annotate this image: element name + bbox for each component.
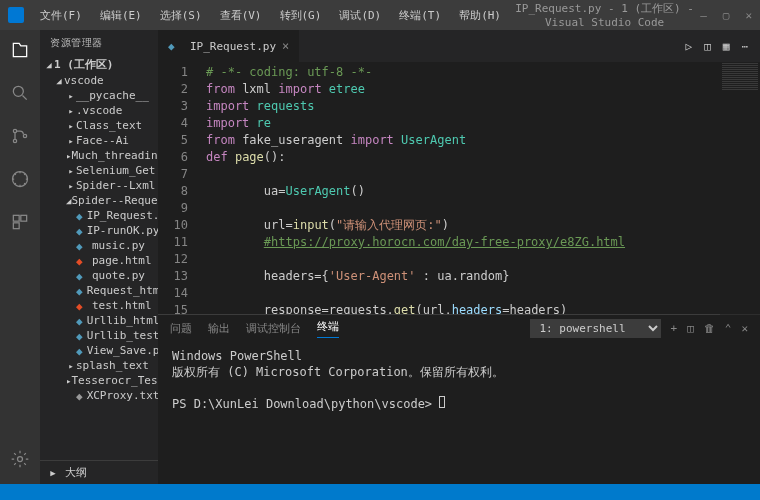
svg-point-3 — [23, 134, 26, 137]
terminal-content[interactable]: Windows PowerShell 版权所有 (C) Microsoft Co… — [158, 342, 760, 484]
folder-item[interactable]: ▸Face--Ai — [40, 133, 158, 148]
menu-terminal[interactable]: 终端(T) — [391, 4, 449, 27]
file-item[interactable]: ◆Urllib_html.py — [40, 313, 158, 328]
menu-file[interactable]: 文件(F) — [32, 4, 90, 27]
bottom-panel: 问题 输出 调试控制台 终端 1: powershell + ◫ 🗑 ⌃ ✕ W… — [158, 314, 760, 484]
folder-item[interactable]: ▸Much_threading — [40, 148, 158, 163]
panel-tab-terminal[interactable]: 终端 — [317, 319, 339, 338]
editor-group: ◆ IP_Request.py × ▷ ◫ ▦ ⋯ 12345678910111… — [158, 30, 760, 484]
layout-icon[interactable]: ▦ — [723, 40, 730, 53]
file-item[interactable]: ◆page.html — [40, 253, 158, 268]
menu-selection[interactable]: 选择(S) — [152, 4, 210, 27]
panel-tab-problems[interactable]: 问题 — [170, 321, 192, 336]
file-item[interactable]: ◆quote.py — [40, 268, 158, 283]
folder-item[interactable]: ▸Selenium_Get — [40, 163, 158, 178]
file-item[interactable]: ◆Urllib_test.py — [40, 328, 158, 343]
menu-bar: 文件(F) 编辑(E) 选择(S) 查看(V) 转到(G) 调试(D) 终端(T… — [32, 4, 509, 27]
status-bar[interactable] — [0, 484, 760, 500]
folder-item[interactable]: ▸Class_text — [40, 118, 158, 133]
svg-rect-7 — [13, 223, 19, 229]
tab-close-icon[interactable]: × — [282, 39, 289, 53]
code-lines[interactable]: # -*- coding: utf-8 -*-from lxml import … — [198, 62, 760, 314]
folder-item[interactable]: ▸Tesserocr_Test — [40, 373, 158, 388]
cursor-icon — [439, 396, 445, 408]
folder-item[interactable]: ▸__pycache__ — [40, 88, 158, 103]
title-bar: 文件(F) 编辑(E) 选择(S) 查看(V) 转到(G) 调试(D) 终端(T… — [0, 0, 760, 30]
file-item[interactable]: ◆IP-runOK.py — [40, 223, 158, 238]
folder-open[interactable]: ◢Spider--Request — [40, 193, 158, 208]
menu-edit[interactable]: 编辑(E) — [92, 4, 150, 27]
minimap[interactable] — [720, 62, 760, 322]
file-item[interactable]: ◆View_Save.py — [40, 343, 158, 358]
maximize-panel-icon[interactable]: ⌃ — [725, 322, 732, 335]
menu-go[interactable]: 转到(G) — [272, 4, 330, 27]
vscode-logo-icon — [8, 7, 24, 23]
maximize-icon[interactable]: ▢ — [723, 9, 730, 22]
tab-label: IP_Request.py — [190, 40, 276, 53]
close-panel-icon[interactable]: ✕ — [741, 322, 748, 335]
terminal-line: Windows PowerShell — [172, 348, 746, 364]
python-file-icon: ◆ — [168, 40, 180, 52]
file-item[interactable]: ◆XCProxy.txt — [40, 388, 158, 403]
svg-point-2 — [13, 139, 16, 142]
folder-item[interactable]: ▸.vscode — [40, 103, 158, 118]
menu-debug[interactable]: 调试(D) — [331, 4, 389, 27]
tab-active[interactable]: ◆ IP_Request.py × — [158, 30, 300, 62]
tab-bar: ◆ IP_Request.py × ▷ ◫ ▦ ⋯ — [158, 30, 760, 62]
menu-view[interactable]: 查看(V) — [212, 4, 270, 27]
sidebar-title: 资源管理器 — [40, 30, 158, 56]
panel-tab-debug-console[interactable]: 调试控制台 — [246, 321, 301, 336]
svg-point-0 — [13, 86, 23, 96]
svg-point-8 — [18, 457, 23, 462]
file-tree[interactable]: ◢1 (工作区) ◢vscode ▸__pycache__▸.vscode▸Cl… — [40, 56, 158, 460]
terminal-line: 版权所有 (C) Microsoft Corporation。保留所有权利。 — [172, 364, 746, 380]
folder-item[interactable]: ▸Spider--Lxml — [40, 178, 158, 193]
menu-help[interactable]: 帮助(H) — [451, 4, 509, 27]
file-item[interactable]: ◆test.html — [40, 298, 158, 313]
debug-icon[interactable] — [10, 169, 30, 192]
extensions-icon[interactable] — [10, 212, 30, 235]
outline-section[interactable]: ▶ 大纲 — [40, 460, 158, 484]
svg-point-4 — [13, 172, 28, 187]
split-icon[interactable]: ◫ — [704, 40, 711, 53]
file-item[interactable]: ◆IP_Request.py — [40, 208, 158, 223]
search-icon[interactable] — [10, 83, 30, 106]
folder-vscode[interactable]: ◢vscode — [40, 73, 158, 88]
svg-rect-5 — [13, 215, 19, 221]
terminal-prompt: PS D:\XunLei Download\python\vscode> — [172, 396, 746, 412]
folder-item[interactable]: ▸splash_text — [40, 358, 158, 373]
panel-tab-output[interactable]: 输出 — [208, 321, 230, 336]
new-terminal-icon[interactable]: + — [671, 322, 678, 335]
activity-bar — [0, 30, 40, 484]
workspace-root[interactable]: ◢1 (工作区) — [40, 56, 158, 73]
svg-rect-6 — [21, 215, 27, 221]
split-terminal-icon[interactable]: ◫ — [687, 322, 694, 335]
kill-terminal-icon[interactable]: 🗑 — [704, 322, 715, 335]
code-editor[interactable]: 12345678910111213141516171819 # -*- codi… — [158, 62, 760, 314]
window-title: IP_Request.py - 1 (工作区) - Visual Studio … — [509, 1, 700, 29]
source-control-icon[interactable] — [10, 126, 30, 149]
line-numbers: 12345678910111213141516171819 — [158, 62, 198, 314]
minimize-icon[interactable]: — — [700, 9, 707, 22]
run-icon[interactable]: ▷ — [686, 40, 693, 53]
more-icon[interactable]: ⋯ — [741, 40, 748, 53]
settings-icon[interactable] — [10, 449, 30, 472]
file-item[interactable]: ◆music.py — [40, 238, 158, 253]
svg-point-1 — [13, 129, 16, 132]
close-icon[interactable]: ✕ — [745, 9, 752, 22]
file-item[interactable]: ◆Request_html.py — [40, 283, 158, 298]
sidebar: 资源管理器 ◢1 (工作区) ◢vscode ▸__pycache__▸.vsc… — [40, 30, 158, 484]
terminal-selector[interactable]: 1: powershell — [530, 319, 661, 338]
explorer-icon[interactable] — [10, 40, 30, 63]
